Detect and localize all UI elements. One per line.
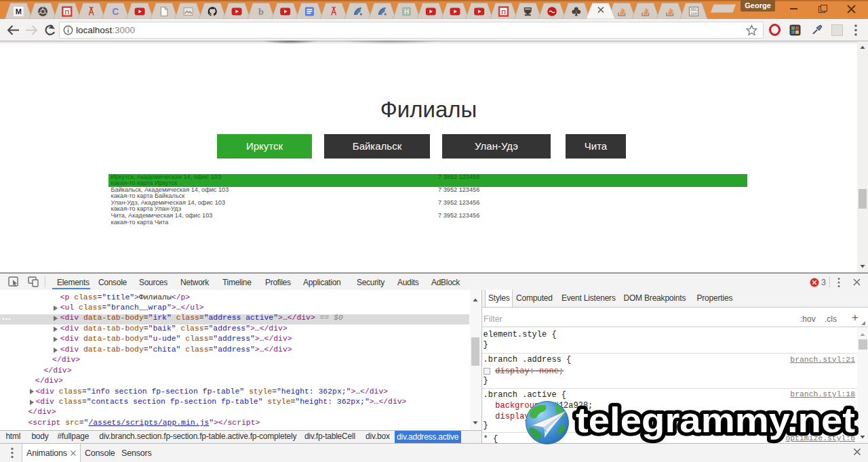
- svg-text:telegrammy.net: telegrammy.net: [576, 400, 855, 440]
